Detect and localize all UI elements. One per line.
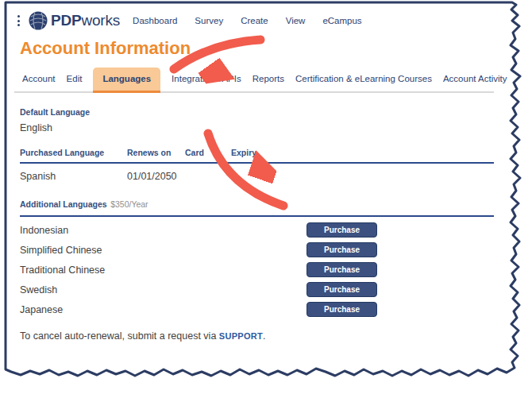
tab-certification-elearning[interactable]: Certification & eLearning Courses (295, 68, 432, 91)
default-language-value: English (20, 122, 90, 133)
purchase-button-traditional-chinese[interactable]: Purchase (306, 262, 377, 277)
language-name: Indonesian (20, 225, 68, 236)
support-link[interactable]: SUPPORT (219, 331, 263, 341)
brand-name-bold: PDP (51, 12, 81, 29)
brand-name: PDPworks (51, 12, 120, 29)
col-expiry: Expiry (231, 148, 494, 157)
purchase-button-swedish[interactable]: Purchase (306, 282, 377, 297)
col-renews-on: Renews on (127, 148, 185, 157)
nav-item-survey[interactable]: Survey (195, 16, 223, 25)
col-card: Card (185, 148, 231, 157)
additional-languages-price: $350/Year (110, 199, 148, 209)
page-title: Account Information (20, 38, 191, 59)
nav-item-ecampus[interactable]: eCampus (322, 16, 361, 25)
purchased-languages-table: Purchased Language Renews on Card Expiry… (20, 148, 494, 182)
language-name: Traditional Chinese (20, 265, 105, 276)
purchase-button-japanese[interactable]: Purchase (306, 302, 377, 317)
tab-reports[interactable]: Reports (253, 68, 284, 91)
language-name: Simplified Chinese (20, 245, 102, 256)
additional-languages-list: Indonesian Purchase Simplified Chinese P… (20, 220, 377, 319)
additional-languages-label: Additional Languages (20, 199, 107, 209)
nav-item-create[interactable]: Create (241, 16, 268, 25)
additional-languages-section: Additional Languages $350/Year Indonesia… (20, 196, 494, 319)
tab-edit[interactable]: Edit (67, 68, 83, 91)
purchased-language-value: Spanish (20, 171, 127, 182)
auto-renewal-note: To cancel auto-renewal, submit a request… (20, 330, 266, 342)
purchased-table-header: Purchased Language Renews on Card Expiry (20, 148, 494, 164)
top-navigation-bar: PDPworks Dashboard Survey Create View eC… (16, 10, 503, 31)
nav-item-dashboard[interactable]: Dashboard (133, 16, 177, 25)
table-row: Spanish 01/01/2050 (20, 164, 494, 182)
expiry-value (231, 171, 494, 182)
purchase-button-indonesian[interactable]: Purchase (306, 222, 377, 238)
default-language-section: Default Language English (20, 107, 90, 133)
col-purchased-language: Purchased Language (20, 148, 127, 157)
brand-logo[interactable]: PDPworks (28, 10, 120, 31)
page-content: PDPworks Dashboard Survey Create View eC… (6, 3, 511, 369)
additional-languages-header: Additional Languages $350/Year (20, 196, 494, 217)
globe-icon (28, 10, 48, 31)
note-period: . (263, 330, 265, 342)
tab-account-activity[interactable]: Account Activity (443, 68, 507, 91)
purchase-button-simplified-chinese[interactable]: Purchase (306, 242, 377, 257)
card-value (185, 171, 231, 182)
kebab-menu-icon[interactable] (16, 14, 21, 28)
main-nav: Dashboard Survey Create View eCampus (133, 16, 362, 25)
language-name: Japanese (20, 304, 63, 315)
tab-integrations-apis[interactable]: Integrations/APIs (172, 68, 241, 91)
renews-on-value: 01/01/2050 (127, 171, 185, 182)
list-item: Indonesian Purchase (20, 220, 377, 240)
tab-languages[interactable]: Languages (93, 68, 160, 93)
brand-name-light: works (81, 12, 120, 29)
list-item: Japanese Purchase (20, 299, 377, 319)
list-item: Traditional Chinese Purchase (20, 260, 377, 280)
tab-bar: Account Edit Languages Integrations/APIs… (14, 68, 494, 93)
note-text: To cancel auto-renewal, submit a request… (20, 330, 219, 342)
nav-item-view[interactable]: View (286, 16, 306, 25)
language-name: Swedish (20, 284, 57, 296)
tab-account[interactable]: Account (22, 68, 56, 91)
default-language-label: Default Language (20, 107, 90, 117)
list-item: Swedish Purchase (20, 280, 377, 299)
list-item: Simplified Chinese Purchase (20, 240, 377, 260)
